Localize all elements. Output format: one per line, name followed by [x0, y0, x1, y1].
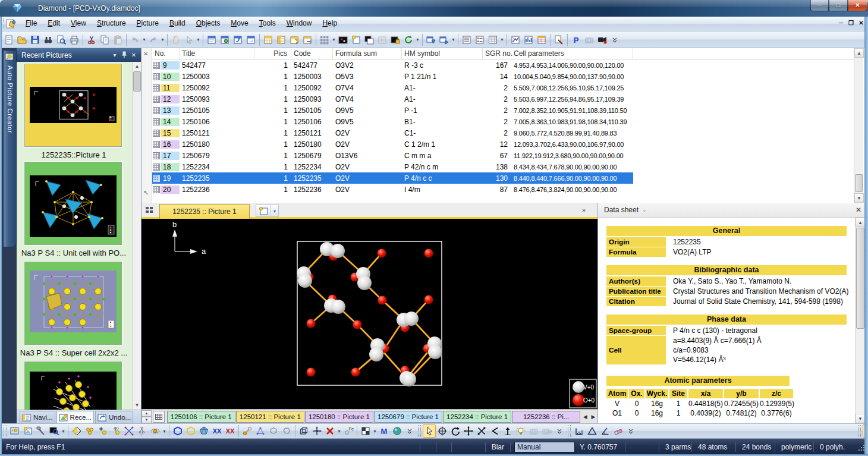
vanadium-atom[interactable]	[331, 300, 345, 314]
save-icon[interactable]	[29, 33, 42, 46]
checker-icon[interactable]	[359, 424, 372, 438]
hammer-icon[interactable]	[34, 424, 48, 438]
bond-icon[interactable]	[241, 424, 254, 438]
picmag-icon[interactable]	[48, 424, 61, 438]
vanadium-atom[interactable]	[402, 372, 416, 386]
tbl2-icon[interactable]	[275, 33, 288, 46]
table-row-10[interactable]: 10125000311250003O5V3P 1 21/n 11410.004,…	[152, 71, 633, 82]
uparrow-icon[interactable]	[501, 424, 514, 438]
sidebar-tab-undo[interactable]: Undo...	[95, 411, 133, 423]
arrowsel-icon[interactable]	[423, 424, 436, 438]
new-picture-dropdown[interactable]: ▾	[271, 205, 279, 217]
mM-icon[interactable]: M	[378, 424, 391, 438]
picmag-dropdown[interactable]: ▾	[61, 424, 66, 438]
scroll-down-icon[interactable]: ▼	[856, 414, 865, 423]
xred-icon[interactable]	[323, 424, 336, 438]
data-sheet-close-icon[interactable]: ✕	[856, 206, 861, 214]
angle-icon[interactable]	[488, 424, 501, 438]
refresh-icon[interactable]	[402, 33, 415, 46]
xxblue-icon[interactable]: XX	[210, 424, 224, 438]
target-icon[interactable]	[436, 424, 449, 438]
pP-icon[interactable]: P	[570, 33, 583, 46]
toolbar-grip[interactable]	[4, 425, 7, 437]
menu-file[interactable]: File	[20, 17, 42, 31]
oxygen-atom[interactable]	[351, 368, 360, 377]
spin-up-icon[interactable]: ▲	[141, 410, 152, 417]
column-header-code[interactable]: Code	[291, 48, 333, 59]
column-header-hm-symbol[interactable]: HM symbol	[402, 48, 483, 59]
imgblack-icon[interactable]	[336, 33, 350, 46]
zoomx-icon[interactable]	[475, 424, 488, 438]
table-row-14[interactable]: 14125010611250106O9V5B1-27.005,8.363,10.…	[152, 116, 633, 127]
sidebar-scrollbar[interactable]: ▲ ▼	[132, 62, 141, 410]
winarr1-icon[interactable]	[424, 33, 438, 46]
chev-icon[interactable]	[625, 424, 638, 438]
table-row-15[interactable]: 15125012111250121O2VC1-29.060,5.772,4.52…	[152, 127, 633, 139]
fe-icon[interactable]: Fe	[342, 424, 355, 438]
filterdiamond-icon[interactable]	[70, 424, 83, 438]
column-header-sgr-no-[interactable]: SGR no.	[483, 48, 511, 59]
new-picture-button[interactable]	[256, 205, 271, 217]
redo-icon[interactable]	[147, 33, 160, 46]
menu-edit[interactable]: Edit	[42, 17, 65, 31]
table-corner-icon[interactable]: ↖	[143, 189, 149, 197]
sidebar-tab-rece[interactable]: Rece...	[56, 411, 94, 423]
oxygen-atom[interactable]	[378, 296, 387, 305]
tbl4-icon[interactable]	[301, 33, 314, 46]
menu-build[interactable]: Build	[164, 17, 191, 31]
print-icon[interactable]	[68, 33, 81, 46]
checker-dropdown[interactable]: ▾	[372, 424, 378, 438]
apc-icon[interactable]	[8, 424, 21, 438]
gridd-icon[interactable]	[318, 33, 331, 46]
tbl1-icon[interactable]	[262, 33, 275, 46]
menu-move[interactable]: Move	[225, 17, 253, 31]
bulb-icon[interactable]	[514, 424, 527, 438]
column-header-title[interactable]: Title	[180, 48, 254, 59]
table-close-icon[interactable]: ✕	[143, 51, 148, 57]
cam1-icon[interactable]	[527, 424, 540, 438]
table-row-19[interactable]: 19125223511252235O2VP 4/n c c1308.440,8.…	[152, 172, 633, 184]
table-row-18[interactable]: 18125223411252234O2VP 42/n c m1388.434,8…	[152, 161, 633, 172]
column-header-pics[interactable]: Pics	[254, 48, 291, 59]
picture-tab-1250106[interactable]: 1250106 :: Picture 1	[167, 411, 235, 423]
hexo2-icon[interactable]	[280, 424, 293, 438]
eraser-icon[interactable]	[612, 424, 625, 438]
oxygen-atom[interactable]	[353, 320, 362, 329]
open-icon[interactable]	[15, 33, 29, 46]
new-icon[interactable]	[2, 33, 15, 46]
picture-tab-1250180[interactable]: 1250180 :: Picture 1	[305, 411, 373, 423]
child-minimize-button[interactable]: ─	[836, 20, 845, 27]
hexo1-icon[interactable]	[267, 424, 280, 438]
preview-icon[interactable]	[55, 33, 68, 46]
win4-icon[interactable]	[244, 33, 257, 46]
tabs-scroll-left-icon[interactable]: ◀	[581, 411, 589, 422]
table-row-9[interactable]: 95424771542477O3V2R -3 c1674.953,4.953,1…	[152, 59, 633, 71]
tabs-scroll-right-icon[interactable]: ▶	[589, 411, 597, 422]
data-sheet-scrollbar[interactable]: ▲ ▼	[855, 218, 865, 423]
table-row-20[interactable]: 20125223611252236O2VI 4/m878.476,8.476,3…	[152, 184, 633, 195]
column-header-formula-sum[interactable]: Formula sum	[333, 48, 402, 59]
winarr2-icon[interactable]	[438, 33, 451, 46]
triangle-icon[interactable]	[586, 424, 599, 438]
table-row-13[interactable]: 13125010511250105O9V5P -127.002,8.352,10…	[152, 105, 633, 116]
oxygen-atom[interactable]	[378, 249, 386, 258]
xxred-icon[interactable]: XX	[224, 424, 237, 438]
vanadium-atom[interactable]	[357, 276, 372, 290]
hexblue-icon[interactable]	[171, 424, 184, 438]
spin-down-icon[interactable]: ▼	[141, 417, 152, 423]
vanadium-atom[interactable]	[298, 273, 312, 288]
chev-icon[interactable]	[553, 424, 567, 438]
menu-view[interactable]: View	[65, 17, 92, 31]
mode-field[interactable]: Manual	[514, 442, 575, 452]
undo-dropdown[interactable]: ▾	[141, 33, 147, 46]
copy-icon[interactable]	[98, 33, 111, 46]
menu-objects[interactable]: Objects	[191, 17, 226, 31]
lattice2-icon[interactable]	[254, 424, 267, 438]
thumbnail-3[interactable]	[24, 262, 122, 345]
vanadium-atom[interactable]	[428, 345, 442, 359]
menu-tools[interactable]: Tools	[254, 17, 281, 31]
video-icon[interactable]	[596, 33, 609, 46]
menu-window[interactable]: Window	[281, 17, 317, 31]
structure-canvas[interactable]: baV+0O+0	[141, 219, 597, 409]
axesd-icon[interactable]	[310, 424, 323, 438]
